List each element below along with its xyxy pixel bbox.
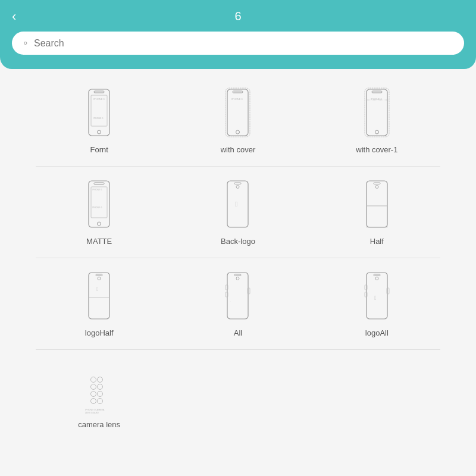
phone-icon-back-logo:  [221,178,254,232]
grid-row-1: IPHONE 6 IPHONE 6 Fornt IPHONE 6 with co… [36,75,440,167]
svg-rect-0 [89,89,109,136]
back-button[interactable]: ‹ [12,10,16,23]
svg-point-57 [98,392,103,397]
svg-text:IPHONE 6: IPHONE 6 [371,98,382,101]
svg-point-52 [91,377,96,383]
svg-point-19 [98,222,101,226]
svg-rect-20 [91,187,107,218]
search-bar: ⚬ [12,32,464,55]
phone-icon-with-cover-1: IPHONE 6 [361,87,393,140]
svg-rect-14 [365,88,389,137]
svg-rect-33 [89,273,109,319]
svg-rect-7 [233,91,243,93]
svg-rect-38 [227,273,248,319]
item-label-logo-all: logoAll [365,328,389,337]
svg-text::  [235,200,237,208]
phone-icon-with-cover: IPHONE 6 [221,87,254,140]
camera-lens-icon: IPHONE 6 CAMERA LENS GUARD [83,362,115,415]
item-back-logo[interactable]:  Back-logo [174,178,301,246]
item-label-fornt: Fornt [90,145,108,154]
svg-rect-45 [367,273,387,319]
svg-rect-27 [367,181,387,227]
page-title: 6 [234,10,241,23]
item-label-back-logo: Back-logo [221,237,255,246]
svg-rect-9 [226,88,250,137]
item-label-all: All [234,328,242,337]
item-logo-half[interactable]:  logoHalf [36,270,162,337]
header-top: ‹ 6 [12,10,464,23]
svg-point-40 [236,277,239,280]
svg-rect-28 [374,183,380,184]
item-logo-all[interactable]:  logoAll [314,270,440,337]
item-label-with-cover: with cover [221,145,256,154]
svg-point-47 [375,277,378,280]
item-with-cover[interactable]: IPHONE 6 with cover [174,87,301,154]
svg-point-2 [98,130,101,134]
svg-point-53 [98,377,103,383]
svg-text:IPHONE 6 CAMERA: IPHONE 6 CAMERA [85,409,105,411]
svg-point-55 [98,384,103,390]
svg-rect-24 [234,183,241,184]
phone-icon-matte: IPHONE 6 IPHONE 6 [83,178,115,232]
svg-text:LENS GUARD: LENS GUARD [85,412,99,414]
svg-rect-31 [367,206,387,227]
svg-rect-11 [367,89,387,136]
svg-rect-46 [374,274,380,276]
phone-icon-half: · [361,178,393,232]
item-half[interactable]: · Half [314,178,440,246]
svg-rect-23 [227,181,248,227]
item-label-logo-half: logoHalf [85,328,114,337]
item-camera-lens[interactable]: IPHONE 6 CAMERA LENS GUARD camera lens [36,362,162,429]
search-input[interactable] [34,38,455,49]
svg-rect-12 [372,91,382,93]
item-all[interactable]: · All [174,270,301,337]
item-label-matte: MATTE [86,237,112,246]
main-content: IPHONE 6 IPHONE 6 Fornt IPHONE 6 with co… [0,69,476,474]
phone-icon-logo-all:  [361,270,393,324]
svg-rect-34 [96,274,102,276]
svg-point-8 [236,130,240,134]
svg-point-54 [91,384,96,390]
svg-text::  [96,286,99,292]
svg-point-29 [375,186,378,189]
header: ‹ 6 ⚬ [0,0,476,69]
svg-text:IPHONE 6: IPHONE 6 [93,117,103,120]
phone-icon-all: · [221,270,254,324]
svg-point-59 [98,399,103,404]
svg-text::  [374,295,377,301]
item-with-cover-1[interactable]: IPHONE 6 with cover-1 [314,87,440,154]
svg-point-13 [375,130,378,134]
svg-text:·: · [230,300,231,303]
svg-point-58 [91,399,96,404]
item-label-with-cover-1: with cover-1 [356,145,397,154]
svg-point-25 [236,186,239,189]
search-icon: ⚬ [21,37,29,49]
svg-text:IPHONE 6: IPHONE 6 [92,189,102,191]
svg-point-56 [91,392,96,397]
svg-rect-39 [234,274,241,276]
item-fornt[interactable]: IPHONE 6 IPHONE 6 Fornt [36,87,162,154]
phone-icon-fornt: IPHONE 6 IPHONE 6 [83,87,115,140]
grid-row-4: IPHONE 6 CAMERA LENS GUARD camera lens [36,350,440,441]
grid-row-2: IPHONE 6 IPHONE 6 MATTE  Back-logo [36,167,440,258]
svg-rect-1 [94,91,104,93]
svg-text:IPHONE 6: IPHONE 6 [93,98,105,101]
phone-icon-logo-half:  [83,270,115,324]
item-matte[interactable]: IPHONE 6 IPHONE 6 MATTE [36,178,162,246]
item-label-camera-lens: camera lens [78,420,120,429]
grid-row-3:  logoHalf · All [36,258,440,350]
svg-rect-17 [89,181,109,227]
svg-rect-18 [94,183,104,184]
svg-text:·: · [369,212,369,215]
svg-rect-6 [227,89,248,136]
svg-point-35 [98,277,101,280]
svg-text:IPHONE 6: IPHONE 6 [92,206,102,209]
item-label-half: Half [370,237,384,246]
svg-text:IPHONE 6: IPHONE 6 [231,98,243,101]
